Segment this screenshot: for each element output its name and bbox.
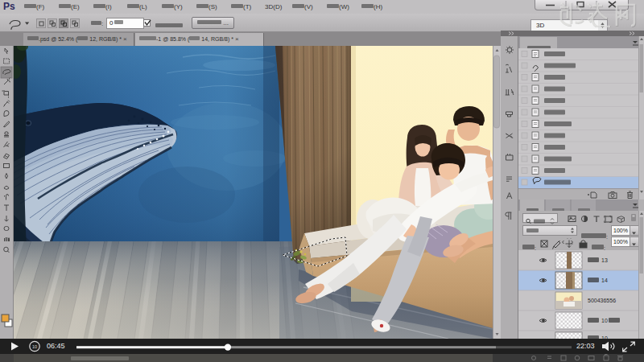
svg-text:10: 10 — [601, 318, 608, 323]
svg-text:10: 10 — [32, 344, 37, 349]
svg-text:500436556: 500436556 — [588, 298, 616, 303]
svg-text:13: 13 — [601, 257, 608, 263]
svg-text:14: 14 — [601, 278, 608, 283]
